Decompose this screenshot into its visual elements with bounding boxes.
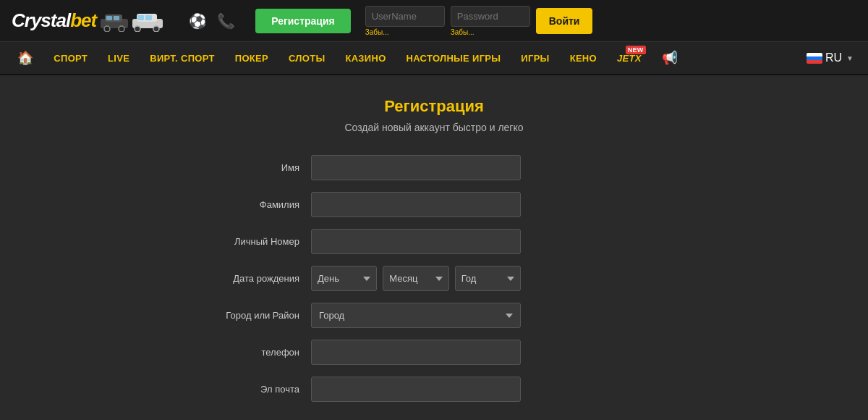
header-inputs: Забы... Забы... Войти (365, 6, 593, 36)
nav-item-sport[interactable]: СПОРТ (43, 41, 98, 75)
chevron-down-icon: ▼ (846, 54, 854, 62)
nav-item-games[interactable]: ИГРЫ (511, 41, 559, 75)
nav-item-virt-sport[interactable]: ВИРТ. СПОРТ (140, 41, 225, 75)
logo-bet: bet (70, 9, 96, 31)
nav-megaphone[interactable]: 📢 (652, 41, 688, 75)
svg-point-2 (104, 26, 110, 32)
password-wrap: Забы... (451, 6, 530, 36)
personal-id-row: Личный Номер (195, 229, 673, 254)
nav-item-jetx[interactable]: NEW JetX (607, 41, 652, 75)
flag-icon (807, 53, 822, 64)
phone-input[interactable] (311, 340, 521, 365)
header-icons: ⚽ 📞 (189, 12, 235, 30)
phone-row: телефон (195, 340, 673, 365)
nav-item-table-games[interactable]: НАСТОЛНЫЕ ИГРЫ (396, 41, 511, 75)
email-input[interactable] (311, 377, 521, 402)
nav-item-poker[interactable]: ПОКЕР (225, 41, 278, 75)
logo: Crystalbet (12, 9, 166, 32)
username-wrap: Забы... (365, 6, 445, 36)
last-name-input[interactable] (311, 192, 521, 217)
phone-label: телефон (195, 347, 311, 358)
personal-id-input[interactable] (311, 229, 521, 254)
svg-rect-10 (137, 15, 144, 20)
dob-inputs: День Месяц Год (311, 266, 521, 291)
nav-language[interactable]: RU ▼ (799, 51, 861, 64)
email-row: Эл почта (195, 377, 673, 402)
last-name-row: Фамилия (195, 192, 673, 217)
soccer-icon[interactable]: ⚽ (189, 12, 207, 30)
register-button[interactable]: Регистрация (255, 9, 351, 33)
email-label: Эл почта (195, 384, 311, 395)
main-content: Регистрация Создай новый аккаунт быстро … (0, 75, 868, 420)
password-forgot[interactable]: Забы... (451, 28, 530, 36)
svg-point-9 (153, 26, 159, 32)
logo-cars (101, 10, 166, 32)
form-subtitle: Создай новый аккаунт быстро и легко (195, 122, 673, 133)
lang-label: RU (825, 51, 842, 64)
dob-label: Дата рождения (195, 273, 311, 284)
city-label: Город или Район (195, 310, 311, 321)
header: Crystalbet ⚽ 📞 Регистрация Забы... (0, 0, 868, 42)
logo-crystal: Crystal (12, 9, 70, 31)
city-row: Город или Район Город (195, 303, 673, 328)
nav-item-live[interactable]: LIVE (98, 41, 140, 75)
password-input[interactable] (451, 6, 530, 27)
first-name-label: Имя (195, 162, 311, 173)
form-title: Регистрация (195, 97, 673, 116)
svg-rect-4 (106, 16, 112, 20)
svg-point-8 (135, 26, 140, 32)
nav-item-slots[interactable]: СЛОТЫ (278, 41, 335, 75)
first-name-row: Имя (195, 155, 673, 180)
dob-row: Дата рождения День Месяц Год (195, 266, 673, 291)
username-input[interactable] (365, 6, 445, 27)
registration-form: Регистрация Создай новый аккаунт быстро … (195, 97, 673, 413)
svg-rect-11 (145, 15, 152, 20)
navbar: 🏠 СПОРТ LIVE ВИРТ. СПОРТ ПОКЕР СЛОТЫ КАЗ… (0, 42, 868, 75)
dob-day-select[interactable]: День (311, 266, 377, 291)
nav-item-casino[interactable]: КАЗИНО (335, 41, 396, 75)
city-select[interactable]: Город (311, 303, 521, 328)
svg-point-3 (119, 26, 124, 32)
last-name-label: Фамилия (195, 199, 311, 210)
dob-year-select[interactable]: Год (455, 266, 521, 291)
nav-item-keno[interactable]: КЕНО (560, 41, 607, 75)
dob-month-select[interactable]: Месяц (383, 266, 448, 291)
phone-icon[interactable]: 📞 (217, 12, 235, 30)
nav-home[interactable]: 🏠 (7, 41, 43, 75)
login-button[interactable]: Войти (536, 8, 593, 34)
svg-rect-5 (114, 16, 119, 20)
first-name-input[interactable] (311, 155, 521, 180)
new-badge: NEW (626, 46, 646, 54)
username-forgot[interactable]: Забы... (365, 28, 445, 36)
personal-id-label: Личный Номер (195, 236, 311, 247)
